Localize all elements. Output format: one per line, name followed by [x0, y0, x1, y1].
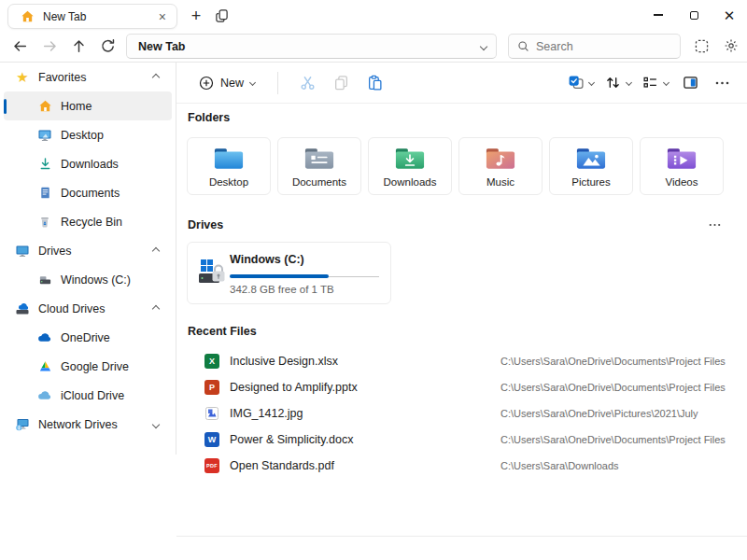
home-icon: [21, 9, 35, 23]
folders-grid: Desktop Documents Downloads Music Pictur…: [187, 137, 724, 195]
desktop-icon: [37, 128, 52, 143]
paste-button[interactable]: [360, 69, 388, 97]
drive-usage-bar: [230, 274, 379, 278]
recycle-bin-icon: [37, 215, 52, 230]
maximize-button[interactable]: [676, 0, 712, 30]
chevron-up-icon[interactable]: [152, 304, 160, 312]
file-row[interactable]: X Inclusive Design.xlsx C:\Users\Sara\On…: [187, 348, 740, 374]
command-toolbar: New: [176, 63, 747, 103]
network-drive-icon: [15, 417, 30, 432]
word-file-icon: W: [204, 432, 219, 447]
home-icon: [37, 99, 52, 114]
chevron-up-icon[interactable]: [152, 246, 160, 254]
tab-close-icon[interactable]: ×: [156, 9, 169, 24]
folder-card-music[interactable]: Music: [458, 137, 543, 195]
up-button[interactable]: [68, 35, 89, 56]
recent-files-heading: Recent Files: [188, 325, 257, 338]
search-input[interactable]: [536, 40, 657, 53]
new-tab-button[interactable]: +: [185, 6, 207, 28]
multi-select-icon[interactable]: [691, 35, 712, 56]
close-button[interactable]: ✕: [712, 0, 747, 30]
drive-name: Windows (C:): [230, 253, 304, 266]
minimize-icon: [654, 14, 663, 15]
address-bar[interactable]: New Tab: [126, 34, 497, 59]
sidebar-item-onedrive[interactable]: OneDrive: [4, 323, 172, 352]
minimize-button[interactable]: [641, 0, 676, 30]
address-value: New Tab: [138, 40, 481, 53]
documents-folder-icon: [303, 146, 336, 172]
file-row[interactable]: P Designed to Amplify.pptx C:\Users\Sara…: [187, 374, 740, 400]
google-drive-icon: [37, 359, 52, 374]
folders-heading: Folders: [188, 111, 230, 124]
image-file-icon: [204, 405, 220, 422]
chevron-down-icon[interactable]: [480, 42, 487, 49]
view-menu[interactable]: [639, 75, 672, 91]
window-controls: ✕: [641, 0, 747, 30]
cut-button[interactable]: [293, 69, 321, 97]
drive-usage-bar-fill: [230, 274, 329, 278]
file-row[interactable]: IMG_1412.jpg C:\Users\Sara\OneDrive\Pict…: [187, 400, 740, 427]
drives-more-button[interactable]: [709, 223, 721, 227]
music-folder-icon: [484, 146, 517, 172]
file-row[interactable]: PDF Open Standards.pdf C:\Users\Sara\Dow…: [187, 453, 740, 479]
document-icon: [37, 186, 52, 201]
maximize-icon: [690, 11, 698, 20]
sidebar-section-cloud-drives[interactable]: Cloud Drives: [4, 294, 172, 323]
tab-new-tab[interactable]: New Tab ×: [7, 4, 177, 29]
sidebar-section-favorites[interactable]: ★ Favorites: [4, 63, 172, 91]
preview-pane-button[interactable]: [676, 69, 704, 97]
chevron-down-icon[interactable]: [152, 420, 160, 427]
icloud-icon: [37, 388, 52, 403]
chevron-up-icon[interactable]: [152, 73, 160, 80]
sidebar-item-recycle-bin[interactable]: Recycle Bin: [4, 207, 172, 236]
sidebar-section-drives[interactable]: Drives: [4, 236, 172, 265]
refresh-button[interactable]: [97, 35, 118, 56]
recent-files-list: X Inclusive Design.xlsx C:\Users\Sara\On…: [187, 348, 740, 479]
download-icon: [37, 157, 52, 172]
cloud-drive-icon: [15, 301, 30, 316]
search-box[interactable]: [508, 34, 681, 59]
excel-file-icon: X: [204, 354, 219, 369]
powerpoint-file-icon: P: [204, 380, 219, 395]
onedrive-icon: [37, 330, 52, 345]
sidebar-section-network-drives[interactable]: Network Drives: [4, 410, 172, 439]
more-options-button[interactable]: [708, 69, 736, 97]
drive-card-windows-c[interactable]: Windows (C:) 342.8 GB free of 1 TB: [187, 242, 391, 304]
monitor-icon: [15, 244, 30, 259]
statusbar-divider: [176, 536, 747, 537]
folder-card-downloads[interactable]: Downloads: [368, 137, 452, 195]
search-icon: [517, 40, 529, 52]
main-pane: New: [176, 63, 747, 560]
sidebar-item-home[interactable]: Home: [4, 91, 172, 120]
downloads-folder-icon: [393, 146, 427, 172]
sidebar-item-windows-c[interactable]: Windows (C:): [4, 265, 172, 294]
sidebar-item-downloads[interactable]: Downloads: [4, 149, 172, 178]
drive-usage-text: 342.8 GB free of 1 TB: [230, 284, 334, 295]
copy-button[interactable]: [327, 69, 355, 97]
chevron-down-icon: [626, 79, 632, 86]
sidebar: ★ Favorites Home Desktop Downloads Docum…: [0, 63, 176, 560]
sort-menu[interactable]: [601, 75, 635, 91]
sidebar-item-icloud-drive[interactable]: iCloud Drive: [4, 381, 172, 410]
forward-button[interactable]: [39, 35, 60, 56]
sidebar-item-documents[interactable]: Documents: [4, 178, 172, 207]
tab-list-icon[interactable]: [215, 8, 229, 22]
folder-card-videos[interactable]: Videos: [640, 137, 724, 195]
settings-gear-icon[interactable]: [721, 35, 741, 56]
drives-heading: Drives: [188, 218, 223, 231]
sidebar-item-desktop[interactable]: Desktop: [4, 120, 172, 149]
folder-card-documents[interactable]: Documents: [277, 137, 361, 195]
file-row[interactable]: W Power & Simplicity.docx C:\Users\Sara\…: [187, 427, 740, 453]
folder-card-pictures[interactable]: Pictures: [549, 137, 633, 195]
new-button[interactable]: New: [191, 70, 262, 96]
tab-title: New Tab: [43, 10, 156, 23]
circle-plus-icon: [199, 76, 214, 91]
sidebar-item-google-drive[interactable]: Google Drive: [4, 352, 172, 381]
selection-accent: [4, 99, 7, 114]
folder-card-desktop[interactable]: Desktop: [187, 137, 271, 195]
bitlocker-drive-icon: [199, 258, 225, 289]
toolbar-divider-line: [176, 103, 747, 104]
select-menu[interactable]: [564, 75, 598, 91]
back-button[interactable]: [9, 35, 30, 56]
toolbar-divider: [277, 72, 278, 94]
